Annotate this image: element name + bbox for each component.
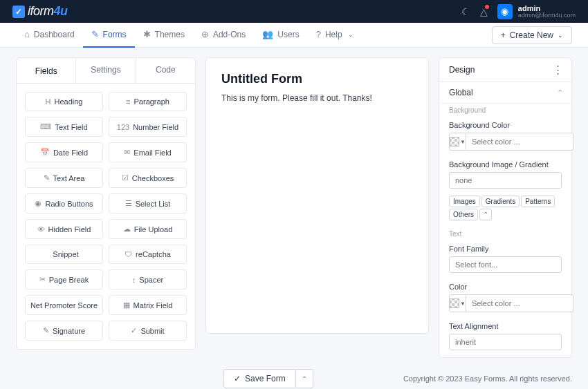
users-icon: 👥 <box>262 29 273 39</box>
radio-buttons-icon: ◉ <box>35 199 42 208</box>
field-label: Date Field <box>53 149 88 157</box>
field-select-list[interactable]: ☰Select List <box>109 193 187 214</box>
field-signature[interactable]: ✎Signature <box>25 321 103 341</box>
field-label: Hidden Field <box>48 225 91 234</box>
field-label: reCaptcha <box>136 250 171 258</box>
field-text-area[interactable]: ✎Text Area <box>25 168 103 188</box>
nav-item-help[interactable]: ?Help⌄ <box>308 23 362 48</box>
pill-images[interactable]: Images <box>449 196 480 207</box>
field-submit[interactable]: ✓Submit <box>109 321 187 341</box>
bg-color-input[interactable] <box>466 133 573 151</box>
field-hidden-field[interactable]: 👁Hidden Field <box>25 219 103 239</box>
field-date-field[interactable]: 📅Date Field <box>25 142 103 162</box>
logo-text-1: iform <box>28 4 54 18</box>
themes-icon: ✱ <box>143 29 151 39</box>
create-new-label: Create New <box>510 30 553 40</box>
form-canvas[interactable]: Untitled Form This is my form. Please fi… <box>205 57 429 334</box>
heading-icon: H <box>46 97 51 106</box>
date-field-icon: 📅 <box>40 148 50 157</box>
notifications-icon[interactable]: △ <box>480 6 488 17</box>
page-break-icon: ✂ <box>39 275 46 284</box>
select-list-icon: ☰ <box>125 199 132 208</box>
user-menu[interactable]: ◉ admin admin@iform4u.com <box>497 4 576 19</box>
font-family-input[interactable] <box>449 256 562 273</box>
field-label: File Upload <box>134 225 173 234</box>
field-email-field[interactable]: ✉Email Field <box>109 142 187 162</box>
pill-expand-icon[interactable]: ⌃ <box>479 209 492 220</box>
bg-image-input[interactable] <box>449 172 562 189</box>
theme-toggle-icon[interactable]: ☾ <box>461 6 470 17</box>
nav-item-users[interactable]: 👥Users <box>254 23 307 48</box>
pill-others[interactable]: Others <box>449 209 478 220</box>
field-paragraph[interactable]: ≡Paragraph <box>109 92 187 111</box>
spacer-icon: ↕ <box>132 276 136 284</box>
checkboxes-icon: ☑ <box>122 173 129 182</box>
nav-label: Themes <box>155 30 185 39</box>
nav-label: Forms <box>103 30 127 39</box>
text-color-swatch-button[interactable]: ▼ <box>449 294 466 312</box>
create-new-button[interactable]: + Create New ⌄ <box>492 26 572 44</box>
transparent-swatch-icon <box>450 298 459 308</box>
kebab-menu-icon[interactable]: ⋮ <box>553 64 563 76</box>
nav-item-themes[interactable]: ✱Themes <box>135 23 193 48</box>
field-number-field[interactable]: 123Number Field <box>109 117 187 137</box>
field-label: Submit <box>140 327 164 335</box>
field-label: Matrix Field <box>134 301 173 310</box>
section-text-label: Text <box>439 227 571 242</box>
forms-icon: ✎ <box>91 29 99 39</box>
help-icon: ? <box>316 29 321 39</box>
field-radio-buttons[interactable]: ◉Radio Buttons <box>25 193 103 214</box>
user-email: admin@iform4u.com <box>518 12 576 19</box>
nav-item-dashboard[interactable]: ⌂Dashboard <box>16 23 83 48</box>
field-label: Checkboxes <box>132 174 174 182</box>
field-snippet[interactable]: Snippet <box>25 245 103 264</box>
logo[interactable]: ✓ iform4u <box>12 4 68 19</box>
notification-dot <box>485 5 489 9</box>
field-spacer[interactable]: ↕Spacer <box>109 269 187 290</box>
field-label: Email Field <box>134 149 171 157</box>
transparent-swatch-icon <box>450 137 459 146</box>
signature-icon: ✎ <box>43 326 49 335</box>
accordion-global[interactable]: Global ⌃ <box>439 82 571 104</box>
field-checkboxes[interactable]: ☑Checkboxes <box>109 168 187 188</box>
tab-fields[interactable]: Fields <box>17 58 76 84</box>
save-form-button[interactable]: ✓ Save Form <box>223 369 296 388</box>
dashboard-icon: ⌂ <box>24 29 30 39</box>
field-net-promoter-score[interactable]: Net Promoter Score <box>25 295 103 315</box>
nav-label: Dashboard <box>34 30 75 39</box>
email-field-icon: ✉ <box>124 148 130 157</box>
field-label: Select List <box>136 200 171 208</box>
tab-code[interactable]: Code <box>136 58 195 84</box>
field-label: Radio Buttons <box>45 200 93 208</box>
user-name: admin <box>518 4 576 12</box>
font-family-label: Font Family <box>449 245 562 253</box>
field-label: Paragraph <box>134 97 169 106</box>
text-color-input[interactable] <box>466 294 573 312</box>
pill-gradients[interactable]: Gradients <box>481 196 520 207</box>
field-label: Heading <box>54 97 82 106</box>
chevron-down-icon: ⌄ <box>558 32 563 39</box>
field-text-field[interactable]: ⌨Text Field <box>25 117 103 137</box>
recaptcha-icon: 🛡 <box>125 250 132 258</box>
field-label: Spacer <box>139 276 163 284</box>
text-alignment-input[interactable] <box>449 334 562 350</box>
pill-patterns[interactable]: Patterns <box>521 196 555 207</box>
tab-settings[interactable]: Settings <box>76 58 136 84</box>
nav-item-forms[interactable]: ✎Forms <box>83 23 135 48</box>
design-title: Design <box>449 65 475 75</box>
field-heading[interactable]: HHeading <box>25 92 103 111</box>
bg-color-swatch-button[interactable]: ▼ <box>449 133 466 151</box>
caret-down-icon: ▼ <box>460 301 466 307</box>
field-file-upload[interactable]: ☁File Upload <box>109 219 187 239</box>
fields-panel: Fields Settings Code HHeading≡Paragraph⌨… <box>16 57 196 350</box>
accordion-global-label: Global <box>449 88 473 97</box>
save-options-button[interactable]: ⌃ <box>296 369 313 388</box>
form-title: Untitled Form <box>221 72 413 86</box>
field-recaptcha[interactable]: 🛡reCaptcha <box>109 245 187 264</box>
field-label: Text Area <box>53 174 85 182</box>
field-label: Number Field <box>133 123 178 131</box>
field-page-break[interactable]: ✂Page Break <box>25 269 103 290</box>
nav-label: Add-Ons <box>213 30 246 39</box>
nav-item-add-ons[interactable]: ⊕Add-Ons <box>193 23 254 48</box>
field-matrix-field[interactable]: ▦Matrix Field <box>109 295 187 315</box>
